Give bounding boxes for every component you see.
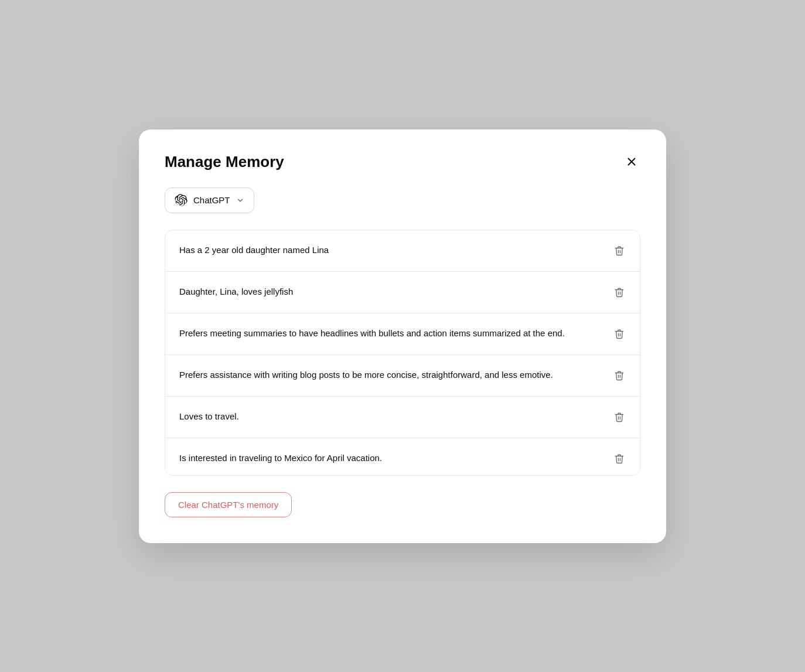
memory-list: Has a 2 year old daughter named Lina Dau… [165, 230, 640, 476]
chatgpt-logo-icon [175, 194, 187, 207]
delete-memory-button[interactable] [610, 408, 628, 426]
delete-memory-button[interactable] [610, 325, 628, 343]
memory-item: Prefers meeting summaries to have headli… [165, 313, 640, 355]
dropdown-label: ChatGPT [193, 195, 230, 205]
memory-item: Is interested in traveling to Mexico for… [165, 438, 640, 476]
modal-header: Manage Memory [165, 153, 640, 171]
memory-item: Prefers assistance with writing blog pos… [165, 355, 640, 397]
close-icon [625, 155, 638, 168]
trash-icon [614, 245, 625, 256]
trash-icon [614, 453, 625, 464]
manage-memory-modal: Manage Memory ChatGPT Has a 2 year old d… [139, 129, 666, 543]
memory-item-text: Has a 2 year old daughter named Lina [179, 244, 610, 257]
memory-item-text: Loves to travel. [179, 410, 610, 424]
chevron-down-icon [236, 196, 244, 204]
memory-item: Has a 2 year old daughter named Lina [165, 230, 640, 272]
clear-memory-button[interactable]: Clear ChatGPT's memory [165, 492, 292, 517]
source-dropdown[interactable]: ChatGPT [165, 187, 254, 213]
memory-item-text: Prefers assistance with writing blog pos… [179, 369, 610, 382]
trash-icon [614, 287, 625, 298]
trash-icon [614, 329, 625, 339]
memory-item-text: Is interested in traveling to Mexico for… [179, 452, 610, 465]
delete-memory-button[interactable] [610, 367, 628, 384]
modal-overlay: Manage Memory ChatGPT Has a 2 year old d… [0, 0, 805, 672]
trash-icon [614, 412, 625, 422]
memory-item: Loves to travel. [165, 397, 640, 438]
memory-item-text: Daughter, Lina, loves jellyfish [179, 285, 610, 299]
delete-memory-button[interactable] [610, 450, 628, 468]
modal-title: Manage Memory [165, 153, 284, 171]
memory-item-text: Prefers meeting summaries to have headli… [179, 327, 610, 340]
delete-memory-button[interactable] [610, 242, 628, 260]
close-button[interactable] [623, 153, 640, 170]
delete-memory-button[interactable] [610, 284, 628, 301]
trash-icon [614, 370, 625, 381]
memory-item: Daughter, Lina, loves jellyfish [165, 272, 640, 313]
